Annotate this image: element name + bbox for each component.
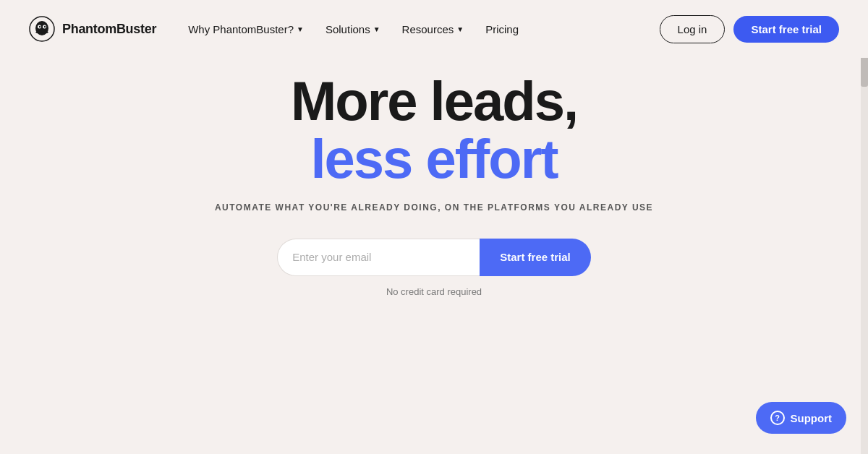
svg-point-1 [35, 21, 48, 35]
logo-text: PhantomBuster [62, 22, 156, 37]
chevron-down-icon: ▼ [297, 25, 304, 33]
nav-link-why[interactable]: Why PhantomBuster? ▼ [179, 17, 312, 41]
support-icon: ? [770, 411, 785, 425]
svg-point-4 [39, 26, 41, 27]
chevron-down-icon: ▼ [456, 25, 464, 33]
hero-trial-button[interactable]: Start free trial [480, 239, 591, 276]
svg-point-5 [44, 26, 46, 27]
support-label: Support [791, 412, 833, 424]
no-credit-card-text: No credit card required [386, 286, 482, 297]
nav-trial-button[interactable]: Start free trial [733, 16, 839, 43]
hero-subtitle: Automate what you're already doing, on t… [215, 202, 653, 213]
login-button[interactable]: Log in [660, 15, 726, 43]
hero-section: More leads, less effort Automate what yo… [0, 58, 868, 326]
scrollbar[interactable] [861, 0, 868, 454]
logo[interactable]: PhantomBuster [29, 16, 156, 42]
hero-title-line2: less effort [310, 130, 557, 188]
email-input[interactable] [277, 239, 480, 276]
nav-right: Log in Start free trial [660, 15, 839, 43]
navbar: PhantomBuster Why PhantomBuster? ▼ Solut… [0, 0, 868, 58]
nav-link-solutions[interactable]: Solutions ▼ [317, 17, 389, 41]
support-button[interactable]: ? Support [756, 402, 847, 434]
nav-links: Why PhantomBuster? ▼ Solutions ▼ Resourc… [179, 17, 527, 41]
nav-link-pricing[interactable]: Pricing [477, 17, 527, 41]
nav-left: PhantomBuster Why PhantomBuster? ▼ Solut… [29, 16, 527, 42]
chevron-down-icon: ▼ [373, 25, 380, 33]
nav-link-resources[interactable]: Resources ▼ [393, 17, 473, 41]
hero-cta-area: Start free trial [277, 239, 591, 276]
logo-icon [29, 16, 55, 42]
hero-title-line1: More leads, [291, 72, 577, 130]
